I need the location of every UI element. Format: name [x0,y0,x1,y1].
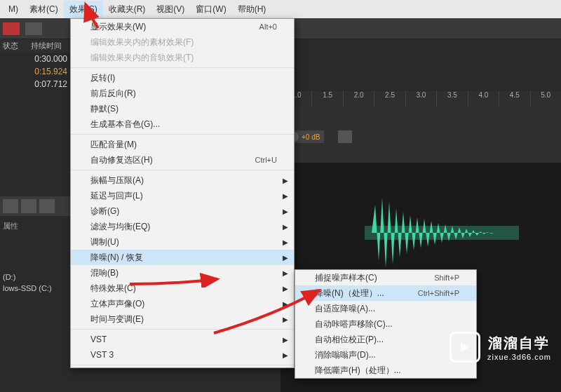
submenu-arrow-icon: ▶ [283,351,288,359]
menu-item[interactable]: 帮助(H) [232,1,272,18]
menu-item-label: 时间与变调(E) [90,313,277,325]
menu-item[interactable]: VST 3▶ [71,347,294,363]
menu-item[interactable]: 自动修复选区(H)Ctrl+U [71,152,294,168]
watermark-sub: zixue.3d66.com [487,353,551,361]
menu-item[interactable]: 匹配音量(M) [71,137,294,152]
transport-controls [0,196,70,216]
submenu-item[interactable]: 捕捉噪声样本(C)Shift+P [295,270,476,285]
menu-item-label: 振幅与压限(A) [90,175,277,187]
menu-item-label: 显示效果夹(W) [90,21,259,33]
menu-item-label: 诊断(G) [90,205,277,217]
menu-item-label: 编辑效果夹内的素材效果(F) [90,36,277,48]
clip-row[interactable]: 0:07.712 [0,78,70,90]
menu-item[interactable]: 素材(C) [24,1,64,18]
menu-item-label: VST [90,334,277,344]
menu-item-label: 前后反向(R) [90,88,277,100]
menu-item-label: 静默(S) [90,103,277,115]
toolbar-icon[interactable] [3,22,20,35]
menu-item-label: 降噪(N) / 恢复 [90,252,277,264]
timeline-ruler[interactable]: 1.0 1.5 2.0 2.5 3.0 3.5 4.0 4.5 5.0 [280,91,561,107]
menu-item[interactable]: 特殊效果(C)▶ [71,281,294,296]
menu-item[interactable]: 混响(B)▶ [71,265,294,281]
menu-item[interactable]: 窗口(W) [190,1,231,18]
submenu-arrow-icon: ▶ [283,316,288,323]
submenu-arrow-icon: ▶ [283,238,288,246]
menu-shortcut: Alt+0 [259,22,277,31]
menu-item[interactable]: 滤波与均衡(EQ)▶ [71,219,294,234]
menu-item[interactable]: 前后反向(R) [71,86,294,101]
col-state: 状态 [3,41,31,51]
menu-item-label: 延迟与回声(L) [90,190,277,202]
submenu-arrow-icon: ▶ [283,177,288,184]
menu-item[interactable]: 时间与变调(E)▶ [71,311,294,327]
submenu-shortcut: Ctrl+Shift+P [418,289,459,297]
menu-item-label: 反转(I) [90,72,277,84]
menu-item[interactable]: 显示效果夹(W)Alt+0 [71,19,294,34]
tick: 3.5 [436,91,467,107]
drive-panel: (D:) lows-SSD (C:) [0,270,70,298]
menu-shortcut: Ctrl+U [255,156,277,164]
menu-item[interactable]: M) [3,1,24,17]
drive-item[interactable]: lows-SSD (C:) [3,284,67,292]
submenu-item-label: 自动咔嗒声移除(C)... [315,318,459,330]
submenu-item[interactable]: 降噪(N)（处理）...Ctrl+Shift+P [295,285,476,301]
left-header: 状态 持续时间 [0,39,70,53]
tick: 4.0 [468,91,499,107]
menu-item[interactable]: 延迟与回声(L)▶ [71,188,294,203]
gain-value: +0 dB [302,133,320,141]
menu-item-label: 匹配音量(M) [90,139,277,151]
tick: 4.5 [499,91,529,107]
menu-item-label: VST 3 [90,350,277,360]
effects-menu: 显示效果夹(W)Alt+0编辑效果夹内的素材效果(F)编辑效果夹内的音轨效果(T… [70,18,295,368]
menu-item-label: 编辑效果夹内的音轨效果(T) [90,52,277,64]
menu-item-label: 生成基本音色(G)... [90,119,277,130]
gain-pin-button[interactable] [338,130,352,143]
submenu-item-label: 降低嘶声(H)（处理）... [315,365,459,377]
submenu-item-label: 自动相位校正(P)... [315,334,459,346]
left-panel: 状态 持续时间 0:30.000 0:15.924 0:07.712 [0,39,70,90]
tick: 5.0 [530,91,561,107]
watermark: 溜溜自学 zixue.3d66.com [450,332,551,363]
tick: 2.0 [343,91,374,107]
tick: 1.5 [311,91,342,107]
menu-item[interactable]: 收藏夹(R) [103,1,151,18]
menu-item-label: 混响(B) [90,267,277,279]
menu-item[interactable]: 生成基本音色(G)... [71,116,294,132]
menu-item-label: 特殊效果(C) [90,283,277,295]
menu-item[interactable]: 降噪(N) / 恢复▶ [71,250,294,265]
menu-item[interactable]: 反转(I) [71,70,294,86]
menu-item[interactable]: 视图(V) [151,1,190,18]
tick: 3.0 [405,91,436,107]
submenu-item-label: 捕捉噪声样本(C) [315,272,434,284]
clip-row[interactable]: 0:30.000 [0,53,70,65]
submenu-arrow-icon: ▶ [283,269,288,277]
menu-item[interactable]: 诊断(G)▶ [71,203,294,219]
menu-item-label: 调制(U) [90,236,277,248]
submenu-arrow-icon: ▶ [283,192,288,200]
toolbar-icon[interactable] [25,22,42,35]
submenu-item[interactable]: 自动咔嗒声移除(C)... [295,316,476,332]
menu-item-label: 滤波与均衡(EQ) [90,221,277,233]
submenu-item-label: 自适应降噪(A)... [315,303,459,315]
menu-item[interactable]: VST▶ [71,332,294,347]
submenu-item[interactable]: 降低嘶声(H)（处理）... [295,363,476,378]
menu-item[interactable]: 调制(U)▶ [71,234,294,250]
menu-item-label: 立体声声像(O) [90,298,277,310]
menu-item: 编辑效果夹内的素材效果(F) [71,34,294,50]
submenu-arrow-icon: ▶ [283,285,288,292]
drive-item[interactable]: (D:) [3,273,67,281]
menu-item[interactable]: 振幅与压限(A)▶ [71,173,294,188]
menu-item-effects[interactable]: 效果(S) [64,1,103,18]
submenu-arrow-icon: ▶ [283,254,288,262]
clip-row[interactable]: 0:15.924 [0,65,70,78]
watermark-play-icon [450,332,480,363]
stop-button[interactable] [3,199,18,213]
play-button[interactable] [21,199,36,213]
submenu-item[interactable]: 自适应降噪(A)... [295,301,476,316]
record-button[interactable] [39,199,55,213]
tick: 2.5 [374,91,405,107]
menu-item[interactable]: 静默(S) [71,101,294,116]
submenu-shortcut: Shift+P [434,273,459,282]
menu-item[interactable]: 立体声声像(O)▶ [71,296,294,311]
submenu-item-label: 消除嗡嗡声(D)... [315,349,459,361]
